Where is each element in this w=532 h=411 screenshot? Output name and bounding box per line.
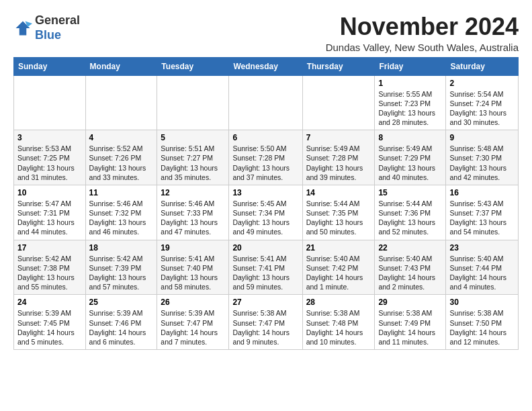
day-info: Sunrise: 5:42 AM Sunset: 7:39 PM Dayligh… — [89, 254, 154, 292]
day-info: Sunrise: 5:38 AM Sunset: 7:47 PM Dayligh… — [232, 308, 298, 347]
day-info: Sunrise: 5:47 AM Sunset: 7:31 PM Dayligh… — [17, 199, 82, 237]
weekday-header-thursday: Thursday — [302, 57, 375, 75]
logo: General Blue — [13, 13, 80, 42]
calendar-cell — [14, 75, 86, 130]
day-number: 26 — [161, 298, 225, 307]
calendar-cell: 20Sunrise: 5:41 AM Sunset: 7:41 PM Dayli… — [229, 240, 302, 295]
day-info: Sunrise: 5:40 AM Sunset: 7:43 PM Dayligh… — [378, 254, 442, 292]
day-number: 24 — [17, 298, 82, 307]
calendar-cell — [229, 75, 302, 130]
calendar-week-3: 10Sunrise: 5:47 AM Sunset: 7:31 PM Dayli… — [14, 185, 519, 240]
day-number: 9 — [449, 133, 515, 142]
day-number: 20 — [232, 243, 298, 253]
day-info: Sunrise: 5:40 AM Sunset: 7:44 PM Dayligh… — [449, 254, 515, 292]
day-number: 18 — [89, 243, 154, 253]
day-number: 14 — [306, 188, 371, 197]
calendar-cell: 11Sunrise: 5:46 AM Sunset: 7:32 PM Dayli… — [85, 185, 157, 240]
day-number: 5 — [161, 133, 225, 142]
day-info: Sunrise: 5:49 AM Sunset: 7:29 PM Dayligh… — [378, 144, 442, 182]
day-info: Sunrise: 5:44 AM Sunset: 7:35 PM Dayligh… — [306, 199, 371, 237]
month-title: November 2024 — [326, 13, 519, 40]
day-number: 16 — [449, 188, 515, 197]
calendar-cell — [302, 75, 375, 130]
day-number: 6 — [232, 133, 298, 142]
day-info: Sunrise: 5:38 AM Sunset: 7:48 PM Dayligh… — [306, 308, 371, 347]
calendar-cell: 16Sunrise: 5:43 AM Sunset: 7:37 PM Dayli… — [446, 185, 519, 240]
day-number: 3 — [17, 133, 82, 142]
day-info: Sunrise: 5:39 AM Sunset: 7:46 PM Dayligh… — [89, 308, 154, 347]
day-info: Sunrise: 5:38 AM Sunset: 7:50 PM Dayligh… — [449, 308, 515, 347]
calendar-cell: 27Sunrise: 5:38 AM Sunset: 7:47 PM Dayli… — [229, 295, 302, 350]
calendar-week-4: 17Sunrise: 5:42 AM Sunset: 7:38 PM Dayli… — [14, 240, 519, 295]
calendar-week-5: 24Sunrise: 5:39 AM Sunset: 7:45 PM Dayli… — [14, 295, 519, 350]
day-number: 15 — [378, 188, 442, 197]
calendar-cell: 13Sunrise: 5:45 AM Sunset: 7:34 PM Dayli… — [229, 185, 302, 240]
calendar-cell: 8Sunrise: 5:49 AM Sunset: 7:29 PM Daylig… — [375, 130, 446, 185]
calendar-cell: 29Sunrise: 5:38 AM Sunset: 7:49 PM Dayli… — [375, 295, 446, 350]
calendar-cell — [157, 75, 229, 130]
day-number: 1 — [378, 79, 442, 88]
weekday-header-saturday: Saturday — [446, 57, 519, 75]
calendar-cell: 5Sunrise: 5:51 AM Sunset: 7:27 PM Daylig… — [157, 130, 229, 185]
day-number: 22 — [378, 243, 442, 253]
day-number: 23 — [449, 243, 515, 253]
day-info: Sunrise: 5:53 AM Sunset: 7:25 PM Dayligh… — [17, 144, 82, 182]
day-number: 29 — [378, 298, 442, 307]
calendar-cell: 22Sunrise: 5:40 AM Sunset: 7:43 PM Dayli… — [375, 240, 446, 295]
day-number: 11 — [89, 188, 154, 197]
day-number: 30 — [449, 298, 515, 307]
day-info: Sunrise: 5:48 AM Sunset: 7:30 PM Dayligh… — [449, 144, 515, 182]
weekday-header-wednesday: Wednesday — [229, 57, 302, 75]
page-header: General Blue November 2024 Dundas Valley… — [13, 13, 519, 53]
day-number: 27 — [232, 298, 298, 307]
calendar-cell: 25Sunrise: 5:39 AM Sunset: 7:46 PM Dayli… — [85, 295, 157, 350]
location-title: Dundas Valley, New South Wales, Australi… — [326, 42, 519, 53]
day-number: 7 — [306, 133, 371, 142]
logo-icon — [13, 19, 32, 38]
calendar-cell — [85, 75, 157, 130]
day-number: 19 — [161, 243, 225, 253]
day-number: 12 — [161, 188, 225, 197]
day-info: Sunrise: 5:44 AM Sunset: 7:36 PM Dayligh… — [378, 199, 442, 237]
calendar-cell: 9Sunrise: 5:48 AM Sunset: 7:30 PM Daylig… — [446, 130, 519, 185]
day-info: Sunrise: 5:52 AM Sunset: 7:26 PM Dayligh… — [89, 144, 154, 182]
calendar-cell: 15Sunrise: 5:44 AM Sunset: 7:36 PM Dayli… — [375, 185, 446, 240]
calendar-cell: 6Sunrise: 5:50 AM Sunset: 7:28 PM Daylig… — [229, 130, 302, 185]
calendar-cell: 14Sunrise: 5:44 AM Sunset: 7:35 PM Dayli… — [302, 185, 375, 240]
weekday-header-sunday: Sunday — [14, 57, 86, 75]
day-info: Sunrise: 5:45 AM Sunset: 7:34 PM Dayligh… — [232, 199, 298, 237]
day-info: Sunrise: 5:46 AM Sunset: 7:32 PM Dayligh… — [89, 199, 154, 237]
day-number: 21 — [306, 243, 371, 253]
calendar-cell: 18Sunrise: 5:42 AM Sunset: 7:39 PM Dayli… — [85, 240, 157, 295]
weekday-header-friday: Friday — [375, 57, 446, 75]
calendar-cell: 23Sunrise: 5:40 AM Sunset: 7:44 PM Dayli… — [446, 240, 519, 295]
day-number: 8 — [378, 133, 442, 142]
day-number: 4 — [89, 133, 154, 142]
title-area: November 2024 Dundas Valley, New South W… — [326, 13, 519, 53]
day-info: Sunrise: 5:49 AM Sunset: 7:28 PM Dayligh… — [306, 144, 371, 182]
day-info: Sunrise: 5:54 AM Sunset: 7:24 PM Dayligh… — [449, 89, 515, 128]
calendar-cell: 4Sunrise: 5:52 AM Sunset: 7:26 PM Daylig… — [85, 130, 157, 185]
day-number: 10 — [17, 188, 82, 197]
calendar-table: SundayMondayTuesdayWednesdayThursdayFrid… — [13, 57, 519, 350]
calendar-cell: 10Sunrise: 5:47 AM Sunset: 7:31 PM Dayli… — [14, 185, 86, 240]
calendar-cell: 30Sunrise: 5:38 AM Sunset: 7:50 PM Dayli… — [446, 295, 519, 350]
calendar-cell: 26Sunrise: 5:39 AM Sunset: 7:47 PM Dayli… — [157, 295, 229, 350]
calendar-cell: 2Sunrise: 5:54 AM Sunset: 7:24 PM Daylig… — [446, 75, 519, 130]
calendar-week-2: 3Sunrise: 5:53 AM Sunset: 7:25 PM Daylig… — [14, 130, 519, 185]
logo-text: General Blue — [35, 13, 80, 42]
weekday-header-tuesday: Tuesday — [157, 57, 229, 75]
day-info: Sunrise: 5:43 AM Sunset: 7:37 PM Dayligh… — [449, 199, 515, 237]
day-info: Sunrise: 5:55 AM Sunset: 7:23 PM Dayligh… — [378, 89, 442, 128]
calendar-cell: 24Sunrise: 5:39 AM Sunset: 7:45 PM Dayli… — [14, 295, 86, 350]
weekday-header-monday: Monday — [85, 57, 157, 75]
day-info: Sunrise: 5:41 AM Sunset: 7:41 PM Dayligh… — [232, 254, 298, 292]
day-info: Sunrise: 5:46 AM Sunset: 7:33 PM Dayligh… — [161, 199, 225, 237]
day-info: Sunrise: 5:40 AM Sunset: 7:42 PM Dayligh… — [306, 254, 371, 292]
calendar-cell: 28Sunrise: 5:38 AM Sunset: 7:48 PM Dayli… — [302, 295, 375, 350]
day-number: 17 — [17, 243, 82, 253]
day-info: Sunrise: 5:51 AM Sunset: 7:27 PM Dayligh… — [161, 144, 225, 182]
calendar-cell: 12Sunrise: 5:46 AM Sunset: 7:33 PM Dayli… — [157, 185, 229, 240]
day-number: 13 — [232, 188, 298, 197]
day-info: Sunrise: 5:39 AM Sunset: 7:47 PM Dayligh… — [161, 308, 225, 347]
